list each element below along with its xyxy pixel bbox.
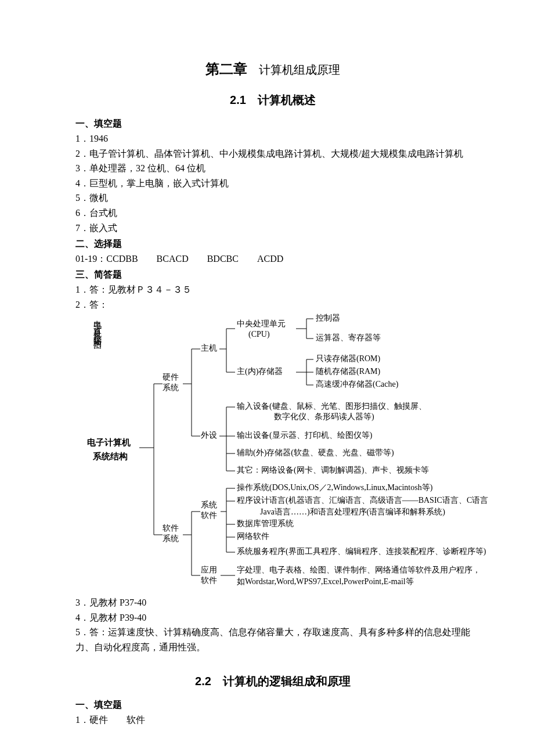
cache-label: 高速缓冲存储器(Cache) [316, 379, 398, 390]
short-answer-1: 1．答：见教材Ｐ３４－３５ [75, 282, 470, 297]
net-sw-label: 网络软件 [237, 531, 269, 542]
output-device-label: 输出设备(显示器、打印机、绘图仪等) [237, 430, 372, 441]
fill-blank-heading: 一、填空题 [75, 116, 470, 131]
cpu-label-1: 中央处理单元 [237, 319, 286, 329]
diagram-vertical-title: 电子计算机系统结构图 [93, 314, 102, 337]
peripheral-label: 外设 [201, 430, 217, 441]
chapter-title: 计算机组成原理 [259, 63, 340, 76]
system-software-label: 系统 软件 [201, 500, 217, 521]
choice-answers: 01-19：CCDBB BCACD BDCBC ACDD [75, 251, 470, 267]
diagram-root-label-2: 系统结构 [93, 450, 128, 463]
ram-label: 随机存储器(RAM) [316, 366, 380, 377]
short-answer-4: 4．见教材 P39-40 [75, 610, 470, 625]
section-2-1-heading: 2.1 计算机概述 [75, 91, 470, 109]
fill-answer-2: 2．电子管计算机、晶体管计算机、中小规模集成电路计算机、大规模/超大规模集成电路… [75, 146, 470, 161]
aux-storage-label: 辅助(外)存储器(软盘、硬盘、光盘、磁带等) [237, 448, 394, 458]
fill-answer-22-1: 1．硬件 软件 [75, 712, 470, 728]
chapter-number: 第二章 [205, 61, 247, 77]
computer-system-structure-diagram: 电子计算机系统结构图 电子计算机 系统结构 硬件 系统 软件 系统 主机 外设 … [93, 314, 488, 593]
db-label: 数据库管理系统 [237, 519, 294, 529]
hardware-system-label: 硬件 系统 [163, 372, 179, 393]
app-sw-label-1: 字处理、电子表格、绘图、课件制作、网络通信等软件及用户程序， [237, 565, 481, 575]
os-label: 操作系统(DOS,Unix,OS／2,Windows,Linux,Macinto… [237, 483, 432, 493]
lang-label-2: Java语言……)和语言处理程序(语言编译和解释系统) [260, 507, 445, 517]
fill-blank-heading-22: 一、填空题 [75, 697, 470, 712]
main-memory-label: 主(内)存储器 [237, 366, 283, 377]
choice-heading: 二、选择题 [75, 236, 470, 251]
diagram-root-label-1: 电子计算机 [87, 436, 131, 449]
short-answer-3: 3．见教材 P37-40 [75, 595, 470, 610]
app-sw-label-2: 如Wordstar,Word,WPS97,Excel,PowerPoint,E-… [237, 577, 414, 587]
input-device-label-2: 数字化仪、条形码读人器等) [274, 412, 374, 422]
input-device-label-1: 输入设备(键盘、鼠标、光笔、图形扫描仪、触摸屏、 [237, 401, 427, 412]
fill-answer-7: 7．嵌入式 [75, 221, 470, 236]
controller-label: 控制器 [316, 313, 340, 323]
fill-answer-6: 6．台式机 [75, 206, 470, 221]
host-label: 主机 [201, 343, 217, 354]
chapter-heading: 第二章 计算机组成原理 [75, 58, 470, 80]
other-device-label: 其它：网络设备(网卡、调制解调器)、声卡、视频卡等 [237, 465, 429, 476]
rom-label: 只读存储器(ROM) [316, 354, 380, 364]
section-2-2-heading: 2.2 计算机的逻辑组成和原理 [75, 672, 470, 690]
software-system-label: 软件 系统 [163, 523, 179, 544]
short-answer-2: 2．答： [75, 297, 470, 312]
lang-label-1: 程序设计语言(机器语言、汇编语言、高级语言——BASIC语言、C语言 [237, 495, 488, 506]
alu-register-label: 运算器、寄存器等 [316, 333, 381, 343]
service-sw-label: 系统服务程序(界面工具程序、编辑程序、连接装配程序、诊断程序等) [237, 546, 486, 557]
short-answer-heading: 三、简答题 [75, 267, 470, 282]
cpu-label-2: (CPU) [248, 329, 270, 340]
fill-answer-1: 1．1946 [75, 131, 470, 146]
fill-answer-5: 5．微机 [75, 190, 470, 206]
short-answer-5: 5．答：运算速度快、计算精确度高、信息存储容量大，存取速度高、具有多种多样的信息… [75, 625, 470, 654]
fill-answer-4: 4．巨型机，掌上电脑，嵌入式计算机 [75, 176, 470, 191]
fill-answer-3: 3．单处理器，32 位机、64 位机 [75, 161, 470, 176]
application-software-label: 应用 软件 [201, 565, 217, 586]
